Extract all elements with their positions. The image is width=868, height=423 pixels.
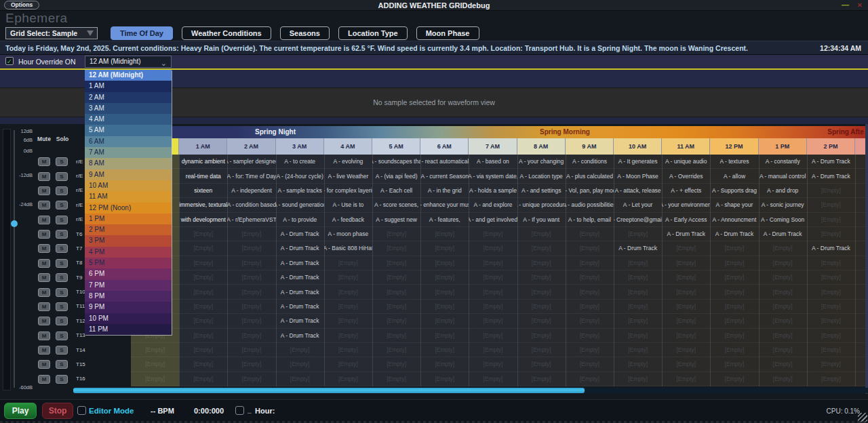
grid-cell[interactable]: [Empty] [566, 227, 614, 241]
grid-cell[interactable]: [Empty] [566, 256, 614, 270]
grid-cell[interactable]: with development [179, 213, 227, 226]
grid-cell[interactable]: [Empty] [566, 285, 614, 298]
grid-cell[interactable]: [Empty] [324, 343, 372, 357]
grid-cell[interactable]: [Empty] [324, 285, 372, 298]
hour-option-3-am[interactable]: 3 AM [85, 103, 172, 114]
solo-button[interactable]: S [56, 375, 68, 384]
hour-option-6-pm[interactable]: 6 PM [85, 268, 172, 279]
grid-cell[interactable]: A - Drum Track [807, 155, 855, 168]
grid-cell[interactable]: [Empty] [662, 256, 710, 270]
grid-cell[interactable]: A - Location type [517, 169, 566, 182]
hour-option-11-pm[interactable]: 11 PM [85, 324, 172, 335]
grid-cell[interactable]: [Empty] [179, 256, 227, 270]
mute-button[interactable]: M [38, 157, 50, 166]
minimize-icon[interactable]: — [842, 1, 849, 9]
grid-cell[interactable]: [Empty] [179, 270, 227, 284]
solo-button[interactable]: S [56, 157, 68, 166]
grid-cell[interactable]: [Empty] [759, 300, 807, 313]
grid-cell[interactable]: [Empty] [614, 343, 662, 357]
grid-cell[interactable]: [Empty] [614, 314, 662, 327]
grid-cell[interactable]: A - Drum Track [276, 329, 324, 342]
grid-cell[interactable]: [Empty] [469, 314, 517, 327]
grid-cell[interactable]: [Empty] [324, 300, 372, 313]
grid-cell[interactable]: A - score scenes, [372, 198, 420, 212]
mute-button[interactable]: M [38, 288, 50, 297]
grid-cell[interactable]: A - Announcment [710, 213, 758, 226]
solo-button[interactable]: S [56, 302, 68, 311]
grid-cell[interactable]: [Empty] [372, 270, 420, 284]
grid-cell[interactable]: A - Drum Track [276, 314, 324, 327]
mute-button[interactable]: M [38, 360, 50, 369]
grid-cell[interactable]: A - Vol, pan, play mode [566, 184, 614, 197]
grid-cell[interactable]: [Empty] [662, 285, 710, 298]
grid-cell[interactable]: [Empty] [662, 343, 710, 357]
grid-cell[interactable]: [Empty] [276, 372, 324, 386]
grid-cell[interactable]: [Empty] [469, 256, 517, 270]
grid-cell[interactable]: [Empty] [517, 314, 566, 327]
grid-cell[interactable]: A - to help, email [566, 213, 614, 226]
hour-option-7-pm[interactable]: 7 PM [85, 280, 172, 291]
grid-cell[interactable]: [Empty] [227, 300, 275, 313]
editor-mode-checkbox[interactable] [77, 406, 86, 415]
hour-header-2-am[interactable]: 2 AM [227, 138, 275, 155]
grid-cell[interactable]: A - Drum Track [276, 256, 324, 270]
grid-cell[interactable]: A - soundscapes that [372, 155, 420, 168]
grid-cell[interactable]: A - Moon Phase [614, 169, 662, 182]
grid-cell[interactable]: A - Coming Soon [759, 213, 807, 226]
grid-cell[interactable]: A - Drum Track [759, 227, 807, 241]
grid-cell[interactable]: [Empty] [710, 372, 758, 386]
grid-cell[interactable]: A - live Weather [324, 169, 372, 182]
grid-cell[interactable]: A - Drum Track [276, 285, 324, 298]
grid-cell[interactable]: [Empty] [324, 270, 372, 284]
grid-cell[interactable]: A - Drum Track [276, 270, 324, 284]
grid-cell[interactable]: A - and get involved! [469, 213, 517, 226]
grid-cell[interactable]: [Empty] [614, 372, 662, 386]
grid-cell[interactable]: [Empty] [710, 256, 758, 270]
hour-select-control[interactable]: 12 AM (Midnight) ⌄ [85, 56, 172, 68]
grid-cell[interactable]: A - Supports drag [710, 184, 758, 197]
grid-cell[interactable]: A - Creeptone@gmail... [614, 213, 662, 226]
grid-cell[interactable]: [Empty] [710, 241, 758, 255]
grid-cell[interactable]: [Empty] [276, 357, 324, 371]
grid-cell[interactable]: [Empty] [227, 343, 275, 357]
solo-button[interactable]: S [56, 360, 68, 369]
grid-cell[interactable]: [Empty] [807, 270, 855, 284]
hour-header-10-am[interactable]: 10 AM [614, 138, 662, 155]
hour-header-6-am[interactable]: 6 AM [420, 138, 469, 155]
grid-cell[interactable]: [Empty] [372, 329, 420, 342]
grid-cell[interactable]: A - If you want [517, 213, 566, 226]
solo-button[interactable]: S [56, 186, 68, 195]
grid-cell[interactable]: [Empty] [420, 256, 469, 270]
solo-button[interactable]: S [56, 346, 68, 355]
grid-cell[interactable]: [Empty] [227, 357, 275, 371]
grid-cell[interactable]: [Empty] [227, 227, 275, 241]
grid-cell[interactable]: [Empty] [420, 227, 469, 241]
grid-cell[interactable]: A - Drum Track [276, 227, 324, 241]
grid-cell[interactable]: [Empty] [324, 372, 372, 386]
hour-option-9-pm[interactable]: 9 PM [85, 302, 172, 313]
grid-cell[interactable]: A - for: Time of Day [227, 169, 275, 182]
grid-cell[interactable]: [Empty] [566, 357, 614, 371]
grid-cell[interactable]: immersive, textural [179, 198, 227, 212]
grid-cell[interactable]: [Empty] [807, 372, 855, 386]
grid-cell[interactable]: [Empty] [807, 314, 855, 327]
grid-cell[interactable]: [Empty] [372, 285, 420, 298]
grid-cell[interactable]: [Empty] [227, 256, 275, 270]
grid-cell[interactable]: [Empty] [662, 300, 710, 313]
grid-cell[interactable]: [Empty] [420, 372, 469, 386]
grid-cell[interactable]: [Empty] [469, 285, 517, 298]
grid-cell[interactable]: A - constantly [759, 155, 807, 168]
grid-cell[interactable]: A - Early Access [662, 213, 710, 226]
grid-cell[interactable]: A - and explore [469, 198, 517, 212]
solo-button[interactable]: S [56, 288, 68, 297]
grid-cell[interactable]: [Empty] [227, 314, 275, 327]
grid-cell[interactable]: [Empty] [759, 343, 807, 357]
grid-cell[interactable]: A - in the grid [420, 184, 469, 197]
grid-cell[interactable]: A - r/EphemeraVST [227, 213, 275, 226]
grid-cell[interactable]: [Empty] [227, 372, 275, 386]
grid-cell[interactable]: [Empty] [759, 357, 807, 371]
grid-cell[interactable]: A - shape your [710, 198, 758, 212]
grid-cell[interactable]: [Empty] [759, 285, 807, 298]
grid-cell[interactable]: A - Drum Track [662, 227, 710, 241]
grid-cell[interactable]: [Empty] [759, 270, 807, 284]
